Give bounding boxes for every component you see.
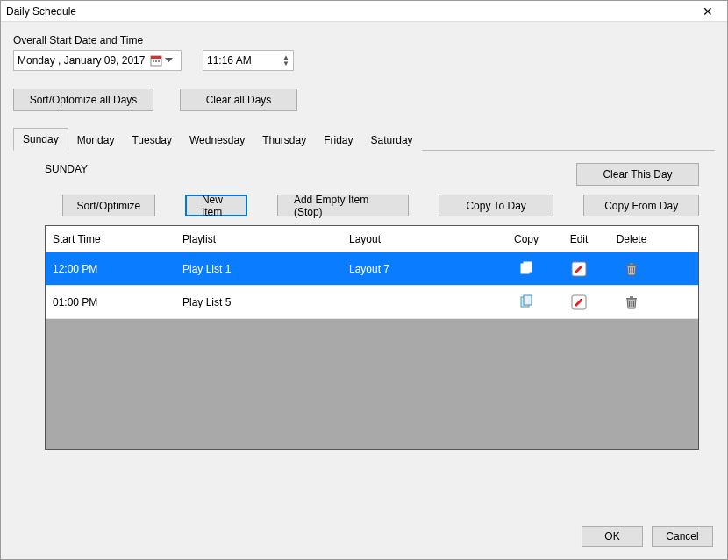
tab-friday[interactable]: Friday: [315, 130, 361, 151]
col-copy: Copy: [500, 226, 553, 252]
dialog-window: Daily Schedule ✕ Overall Start Date and …: [0, 0, 728, 560]
col-playlist: Playlist: [175, 226, 342, 252]
day-actions: Sort/Optimize New Item Add Empty Item (S…: [45, 195, 699, 216]
col-edit: Edit: [553, 226, 605, 252]
edit-icon[interactable]: [553, 252, 605, 285]
cell-start: 01:00 PM: [46, 286, 175, 318]
col-start: Start Time: [46, 226, 175, 252]
schedule-grid: Start Time Playlist Layout Copy Edit Del…: [45, 225, 699, 450]
global-toolbar: Sort/Optomize all Days Clear all Days: [13, 89, 715, 111]
svg-rect-1: [151, 56, 161, 59]
overall-label: Overall Start Date and Time: [13, 34, 715, 46]
sort-optimize-button[interactable]: Sort/Optimize: [62, 195, 155, 216]
delete-icon[interactable]: [605, 286, 658, 318]
titlebar: Daily Schedule ✕: [1, 1, 727, 22]
cell-playlist: Play List 1: [175, 252, 342, 285]
svg-rect-4: [158, 60, 160, 62]
svg-rect-3: [155, 60, 157, 62]
chevron-down-icon: [165, 58, 177, 63]
svg-rect-14: [629, 301, 630, 307]
col-layout: Layout: [342, 226, 500, 252]
clear-this-day-button[interactable]: Clear This Day: [576, 163, 699, 186]
time-value: 11:16 AM: [207, 54, 252, 67]
new-item-button[interactable]: New Item: [185, 195, 247, 216]
copy-to-day-button[interactable]: Copy To Day: [439, 195, 554, 216]
svg-rect-15: [632, 301, 632, 307]
cell-layout: Layout 7: [342, 252, 500, 285]
tab-panel: SUNDAY Clear This Day Sort/Optimize New …: [13, 151, 715, 517]
tab-saturday[interactable]: Saturday: [362, 130, 422, 151]
cancel-button[interactable]: Cancel: [652, 526, 713, 547]
window-title: Daily Schedule: [6, 5, 694, 18]
table-row[interactable]: 01:00 PMPlay List 5: [46, 286, 698, 319]
dialog-footer: OK Cancel: [1, 517, 727, 559]
tab-sunday[interactable]: Sunday: [13, 128, 68, 151]
spinner-icon: ▲▼: [282, 54, 289, 67]
close-icon[interactable]: ✕: [694, 4, 722, 18]
svg-rect-8: [629, 267, 630, 273]
cell-playlist: Play List 5: [175, 286, 342, 318]
date-picker[interactable]: Monday , January 09, 2017: [13, 50, 182, 71]
copy-from-day-button[interactable]: Copy From Day: [583, 195, 699, 216]
svg-rect-6: [524, 262, 532, 272]
svg-rect-12: [524, 295, 532, 305]
day-header: SUNDAY Clear This Day: [45, 163, 699, 186]
tab-tuesday[interactable]: Tuesday: [123, 130, 181, 151]
copy-icon[interactable]: [500, 286, 553, 318]
tab-wednesday[interactable]: Wednesday: [181, 130, 253, 151]
time-picker[interactable]: 11:16 AM ▲▼: [203, 50, 294, 71]
tab-monday[interactable]: Monday: [68, 130, 124, 151]
col-delete: Delete: [605, 226, 658, 252]
day-tabs: SundayMondayTuesdayWednesdayThursdayFrid…: [13, 127, 715, 151]
date-value: Monday , January 09, 2017: [18, 54, 145, 67]
svg-rect-2: [153, 60, 154, 62]
content-area: Overall Start Date and Time Monday , Jan…: [1, 22, 727, 517]
edit-icon[interactable]: [553, 286, 605, 318]
svg-rect-16: [633, 301, 634, 307]
svg-rect-9: [632, 267, 632, 273]
cell-start: 12:00 PM: [46, 252, 175, 285]
calendar-icon: [149, 53, 163, 67]
sort-all-days-button[interactable]: Sort/Optomize all Days: [13, 89, 153, 111]
day-title: SUNDAY: [45, 163, 88, 175]
cell-layout: [342, 286, 500, 318]
delete-icon[interactable]: [605, 252, 658, 285]
tab-thursday[interactable]: Thursday: [253, 130, 315, 151]
copy-icon[interactable]: [500, 252, 553, 285]
clear-all-days-button[interactable]: Clear all Days: [180, 89, 297, 111]
add-empty-item-button[interactable]: Add Empty Item (Stop): [277, 195, 409, 216]
table-row[interactable]: 12:00 PMPlay List 1Layout 7: [46, 252, 698, 286]
grid-header: Start Time Playlist Layout Copy Edit Del…: [46, 226, 698, 252]
svg-rect-10: [633, 267, 634, 273]
overall-row: Monday , January 09, 2017 11:16 AM ▲▼: [13, 50, 715, 71]
ok-button[interactable]: OK: [582, 526, 643, 547]
